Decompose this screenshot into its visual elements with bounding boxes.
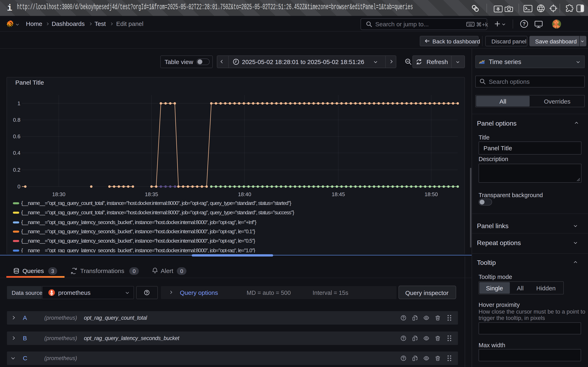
svg-text:18:30: 18:30 [52, 191, 65, 197]
svg-text:?: ? [523, 21, 526, 26]
svg-text:18:50: 18:50 [424, 191, 438, 197]
svg-text:0.6: 0.6 [13, 133, 20, 140]
svg-text:18:40: 18:40 [238, 191, 251, 197]
svg-text:1: 1 [17, 100, 20, 106]
svg-text:18:45: 18:45 [332, 191, 345, 197]
svg-text:0.8: 0.8 [13, 117, 20, 123]
svg-text:0.4: 0.4 [13, 150, 20, 156]
svg-text:0.2: 0.2 [13, 167, 20, 173]
svg-text:18:35: 18:35 [145, 191, 158, 197]
svg-text:0: 0 [17, 184, 20, 190]
